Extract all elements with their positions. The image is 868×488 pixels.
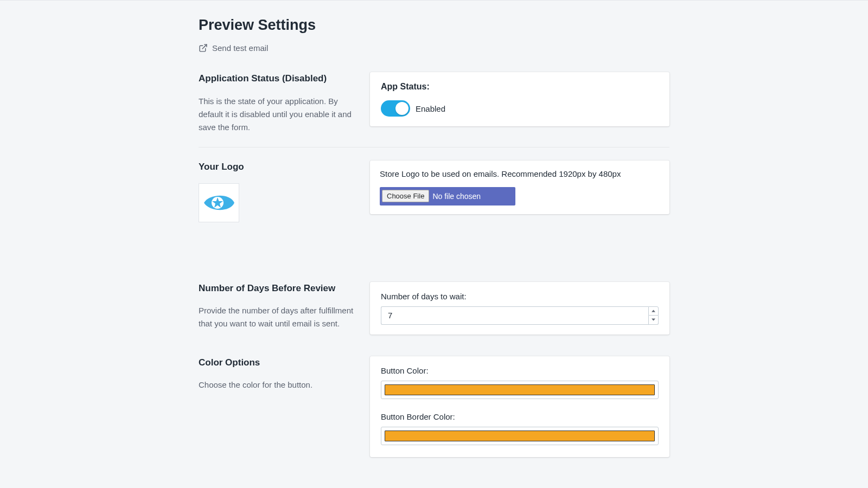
color-card: Button Color: Button Border Color:	[370, 356, 669, 457]
app-status-heading: Application Status (Disabled)	[199, 72, 354, 85]
days-desc: Provide the number of days after fulfill…	[199, 304, 354, 330]
section-color-info: Color Options Choose the color for the b…	[199, 356, 359, 457]
button-color-input[interactable]	[381, 381, 659, 399]
section-app-status-info: Application Status (Disabled) This is th…	[199, 72, 359, 134]
days-heading: Number of Days Before Review	[199, 282, 354, 295]
svg-line-0	[202, 44, 207, 49]
logo-preview	[199, 183, 239, 222]
color-desc: Choose the color for the button.	[199, 378, 354, 391]
section-color: Color Options Choose the color for the b…	[199, 356, 669, 457]
toggle-knob	[395, 102, 409, 115]
app-status-toggle[interactable]	[381, 100, 410, 117]
page-container: Preview Settings Send test email Applica…	[199, 1, 669, 488]
section-divider	[199, 147, 669, 147]
days-decrement-button[interactable]	[648, 316, 659, 325]
chevron-up-icon	[652, 310, 655, 312]
logo-heading: Your Logo	[199, 160, 354, 174]
days-increment-button[interactable]	[648, 306, 659, 316]
send-test-email-link[interactable]: Send test email	[199, 43, 669, 53]
eye-star-logo-icon	[202, 192, 236, 214]
section-logo-info: Your Logo	[199, 160, 359, 222]
days-spinner	[648, 306, 659, 325]
days-input[interactable]	[381, 306, 648, 325]
send-test-label: Send test email	[212, 43, 268, 53]
choose-file-button: Choose File	[382, 190, 429, 202]
button-border-color-input[interactable]	[381, 427, 659, 445]
days-card-label: Number of days to wait:	[381, 292, 659, 301]
section-logo: Your Logo Store Logo to be used on email…	[199, 160, 669, 222]
section-app-status: Application Status (Disabled) This is th…	[199, 72, 669, 134]
button-color-label: Button Color:	[381, 366, 659, 375]
external-link-icon	[199, 43, 208, 53]
days-card: Number of days to wait:	[370, 282, 669, 335]
chevron-down-icon	[652, 318, 655, 321]
logo-file-input[interactable]: Choose File No file chosen	[380, 187, 515, 206]
toggle-label: Enabled	[416, 104, 445, 113]
app-status-desc: This is the state of your application. B…	[199, 95, 354, 134]
section-days: Number of Days Before Review Provide the…	[199, 282, 669, 335]
page-title: Preview Settings	[199, 17, 669, 34]
button-border-color-label: Button Border Color:	[381, 412, 659, 421]
app-status-card-label: App Status:	[381, 82, 659, 92]
app-status-card: App Status: Enabled	[370, 72, 669, 126]
button-color-swatch	[385, 384, 655, 395]
button-border-color-swatch	[385, 431, 655, 441]
section-days-info: Number of Days Before Review Provide the…	[199, 282, 359, 335]
no-file-label: No file chosen	[432, 192, 481, 201]
logo-upload-card: Store Logo to be used on emails. Recomme…	[370, 160, 669, 214]
color-heading: Color Options	[199, 356, 354, 369]
logo-help-text: Store Logo to be used on emails. Recomme…	[380, 169, 660, 178]
